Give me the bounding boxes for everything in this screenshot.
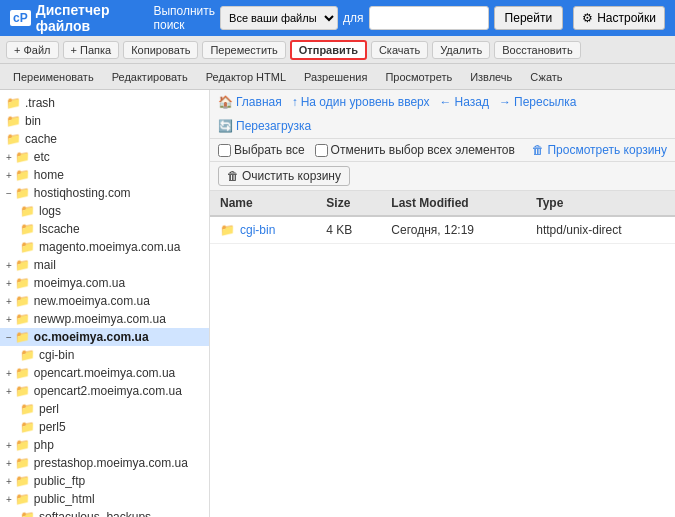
folder-icon: 📁 — [6, 114, 21, 128]
nav-home-link[interactable]: 🏠 Главная — [218, 95, 282, 109]
cp-icon: cP — [10, 10, 31, 26]
rename-button[interactable]: Переименовать — [6, 69, 101, 85]
view-trash-link[interactable]: 🗑 Просмотреть корзину — [532, 143, 667, 157]
sidebar-item[interactable]: 📁perl — [0, 400, 209, 418]
collapse-icon: − — [6, 332, 12, 343]
collapse-icon: − — [6, 188, 12, 199]
col-header-modified[interactable]: Last Modified — [381, 191, 526, 216]
restore-button[interactable]: Восстановить — [494, 41, 580, 59]
copy-button[interactable]: Копировать — [123, 41, 198, 59]
sidebar-item-label: newwp.moeimya.com.ua — [34, 312, 166, 326]
nav-reload-link[interactable]: 🔄 Перезагрузка — [218, 119, 311, 133]
settings-label: Настройки — [597, 11, 656, 25]
delete-button[interactable]: Удалить — [432, 41, 490, 59]
view-button[interactable]: Просмотреть — [378, 69, 459, 85]
sidebar-item[interactable]: 📁cgi-bin — [0, 346, 209, 364]
view-trash-text: Просмотреть корзину — [547, 143, 667, 157]
sidebar-item[interactable]: +📁mail — [0, 256, 209, 274]
sidebar-item[interactable]: +📁opencart.moeimya.com.ua — [0, 364, 209, 382]
expand-icon: + — [6, 260, 12, 271]
empty-trash-bar: 🗑 Очистить корзину — [210, 162, 675, 191]
empty-trash-button[interactable]: 🗑 Очистить корзину — [218, 166, 350, 186]
sidebar-item[interactable]: +📁prestashop.moeimya.com.ua — [0, 454, 209, 472]
sidebar-item[interactable]: +📁php — [0, 436, 209, 454]
sidebar-item[interactable]: +📁opencart2.moeimya.com.ua — [0, 382, 209, 400]
folder-icon: 📁 — [15, 492, 30, 506]
expand-icon: + — [6, 458, 12, 469]
arrow-up-icon: ↑ — [292, 95, 298, 109]
nav-up-link[interactable]: ↑ На один уровень вверх — [292, 95, 430, 109]
nav-forward-link[interactable]: → Пересылка — [499, 95, 576, 109]
sidebar-item-label: magento.moeimya.com.ua — [39, 240, 180, 254]
col-header-type[interactable]: Type — [526, 191, 675, 216]
sidebar-item[interactable]: +📁etc — [0, 148, 209, 166]
move-button[interactable]: Переместить — [202, 41, 285, 59]
sidebar-item[interactable]: +📁moeimya.com.ua — [0, 274, 209, 292]
upload-button[interactable]: Отправить — [290, 40, 367, 60]
nav-back-link[interactable]: ← Назад — [440, 95, 489, 109]
deselect-all-text: Отменить выбор всех элементов — [331, 143, 515, 157]
sidebar-item-label: perl — [39, 402, 59, 416]
sidebar-item[interactable]: −📁oc.moeimya.com.ua — [0, 328, 209, 346]
search-scope-select[interactable]: Все ваши файлы Текущая папка Веб-докумен… — [220, 6, 338, 30]
folder-icon: 📁 — [20, 348, 35, 362]
sidebar-item[interactable]: +📁newwp.moeimya.com.ua — [0, 310, 209, 328]
sidebar-item[interactable]: 📁magento.moeimya.com.ua — [0, 238, 209, 256]
expand-icon: + — [6, 170, 12, 181]
expand-icon: + — [6, 278, 12, 289]
deselect-all-label[interactable]: Отменить выбор всех элементов — [315, 143, 515, 157]
nav-back-label: Назад — [455, 95, 489, 109]
sidebar-item[interactable]: 📁cache — [0, 130, 209, 148]
compress-button[interactable]: Сжать — [523, 69, 569, 85]
folder-icon: 📁 — [20, 420, 35, 434]
toolbar1: + Файл + Папка Копировать Переместить От… — [0, 36, 675, 64]
expand-icon: + — [6, 386, 12, 397]
sidebar-item[interactable]: −📁hostiqhosting.com — [0, 184, 209, 202]
file-link[interactable]: cgi-bin — [240, 223, 275, 237]
sidebar-item[interactable]: +📁new.moeimya.com.ua — [0, 292, 209, 310]
col-header-size[interactable]: Size — [316, 191, 381, 216]
sidebar-item-label: opencart.moeimya.com.ua — [34, 366, 175, 380]
sidebar-item[interactable]: +📁public_ftp — [0, 472, 209, 490]
sidebar-item[interactable]: 📁.trash — [0, 94, 209, 112]
select-all-checkbox[interactable] — [218, 144, 231, 157]
download-button[interactable]: Скачать — [371, 41, 428, 59]
folder-icon: 📁 — [15, 276, 30, 290]
folder-icon: 📁 — [15, 186, 30, 200]
folder-icon: 📁 — [15, 258, 30, 272]
expand-icon: + — [6, 296, 12, 307]
permissions-button[interactable]: Разрешения — [297, 69, 374, 85]
app-title: Диспетчер файлов — [36, 2, 144, 34]
sidebar-item[interactable]: 📁perl5 — [0, 418, 209, 436]
sidebar-item-label: etc — [34, 150, 50, 164]
table-row[interactable]: 📁cgi-bin4 KBСегодня, 12:19httpd/unix-dir… — [210, 216, 675, 244]
nav-bar: 🏠 Главная ↑ На один уровень вверх ← Наза… — [210, 90, 675, 139]
expand-icon: + — [6, 494, 12, 505]
sidebar-item[interactable]: +📁home — [0, 166, 209, 184]
sidebar-item[interactable]: +📁public_html — [0, 490, 209, 508]
search-input[interactable] — [369, 6, 489, 30]
col-header-name[interactable]: Name — [210, 191, 316, 216]
folder-icon: 📁 — [6, 96, 21, 110]
file-modified-cell: Сегодня, 12:19 — [381, 216, 526, 244]
extract-button[interactable]: Извлечь — [463, 69, 519, 85]
file-size-cell: 4 KB — [316, 216, 381, 244]
nav-reload-label: Перезагрузка — [236, 119, 311, 133]
sidebar-item-label: moeimya.com.ua — [34, 276, 125, 290]
sidebar-item[interactable]: 📁bin — [0, 112, 209, 130]
deselect-all-checkbox[interactable] — [315, 144, 328, 157]
html-editor-button[interactable]: Редактор HTML — [199, 69, 293, 85]
settings-button[interactable]: ⚙ Настройки — [573, 6, 665, 30]
new-file-button[interactable]: + Файл — [6, 41, 59, 59]
sidebar-item[interactable]: 📁logs — [0, 202, 209, 220]
edit-button[interactable]: Редактировать — [105, 69, 195, 85]
folder-icon: 📁 — [20, 510, 35, 517]
sidebar-item[interactable]: 📁lscache — [0, 220, 209, 238]
home-icon: 🏠 — [218, 95, 233, 109]
search-for-label: для — [343, 11, 364, 25]
go-button[interactable]: Перейти — [494, 6, 564, 30]
file-table: Name Size Last Modified Type 📁cgi-bin4 K… — [210, 191, 675, 517]
sidebar-item[interactable]: 📁softaculous_backups — [0, 508, 209, 517]
new-folder-button[interactable]: + Папка — [63, 41, 120, 59]
select-all-label[interactable]: Выбрать все — [218, 143, 305, 157]
